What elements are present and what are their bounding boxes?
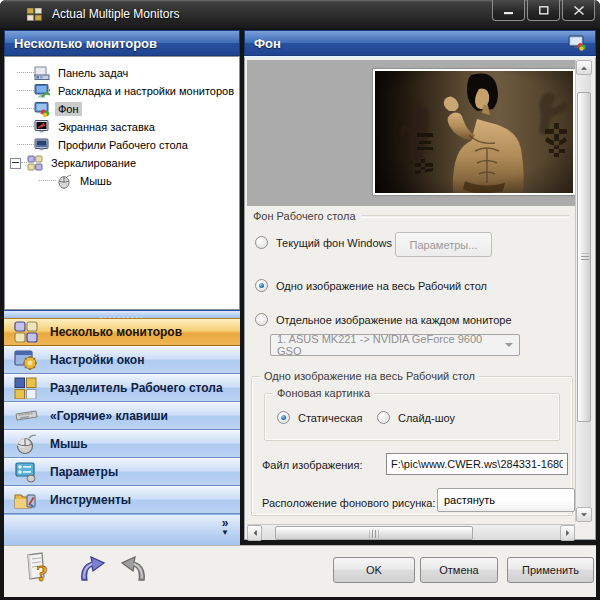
radio-single-image[interactable]: [255, 279, 268, 292]
tree-connector: [17, 144, 34, 146]
tree-splitter-handle[interactable]: ..........: [4, 310, 240, 318]
category-label: Несколько мониторов: [50, 325, 182, 339]
option-slideshow[interactable]: Слайд-шоу: [377, 411, 455, 424]
title-bar[interactable]: Actual Multiple Monitors: [0, 0, 600, 28]
svg-text:?: ?: [36, 560, 48, 586]
settings-tree: Панель задач Раскладка и настройки монит…: [4, 56, 240, 310]
redo-icon[interactable]: [114, 556, 148, 584]
parameters-button[interactable]: Параметры...: [395, 232, 492, 257]
option-current-windows-background[interactable]: Текущий фон Windows: [255, 236, 392, 249]
category-hotkeys[interactable]: «Горячие» клавиши: [4, 402, 240, 430]
arrow-down-icon: [581, 513, 587, 519]
chevron-down-icon: ▼: [221, 528, 229, 538]
radio-separate-image[interactable]: [255, 313, 268, 326]
scroll-up-button[interactable]: [576, 60, 592, 75]
vertical-scrollbar[interactable]: [575, 60, 591, 522]
sidebar: Несколько мониторов Панель задач: [4, 30, 240, 545]
category-label: «Горячие» клавиши: [50, 409, 168, 423]
arrow-left-icon: [250, 530, 256, 536]
tools-icon: [14, 489, 38, 511]
hotkeys-icon: [14, 405, 38, 427]
option-separate-image[interactable]: Отдельное изображение на каждом мониторе: [255, 313, 512, 326]
picture-type-group: Фоновая картинка Статическая Слайд-шоу: [264, 393, 560, 441]
option-static[interactable]: Статическая: [277, 411, 362, 424]
wallpaper-image: [373, 69, 575, 195]
position-label: Расположение фонового рисунка:: [262, 497, 436, 509]
content-header-title: Фон: [254, 36, 281, 51]
group-title: Фон Рабочего стола: [253, 210, 356, 222]
desktop-divider-icon: [14, 377, 38, 399]
undo-icon[interactable]: [78, 556, 112, 584]
close-icon: [574, 6, 584, 15]
radio-slideshow[interactable]: [377, 411, 390, 424]
category-label: Мышь: [50, 437, 88, 451]
scroll-right-button[interactable]: [560, 525, 575, 541]
arrow-right-icon: [566, 530, 572, 536]
group-title: Одно изображение на весь Рабочий стол: [260, 370, 479, 382]
category-label: Разделитель Рабочего стола: [50, 381, 223, 395]
tree-item-mouse[interactable]: Мышь: [5, 172, 239, 190]
desktop-profiles-icon: [34, 137, 50, 153]
vertical-scrollbar-thumb[interactable]: [577, 92, 591, 422]
option-single-image[interactable]: Одно изображение на весь Рабочий стол: [255, 279, 487, 292]
category-options[interactable]: Параметры: [4, 458, 240, 486]
tree-item-label: Зеркалирование: [48, 156, 139, 170]
content-panel: Фон: [244, 30, 596, 540]
background-settings-page: Фон Рабочего стола Текущий фон Windows П…: [244, 56, 596, 540]
cancel-button[interactable]: Отмена: [420, 557, 498, 583]
monitor-select-value: 1. ASUS MK221 -> NVIDIA GeForce 9600 GSO: [277, 333, 505, 357]
scroll-left-button[interactable]: [247, 525, 262, 541]
tree-item-monitor-layout[interactable]: Раскладка и настройки мониторов: [5, 82, 239, 100]
wallpaper-preview-area: [247, 60, 575, 206]
scroll-grip: [370, 530, 379, 538]
category-window-settings[interactable]: Настройки окон: [4, 346, 240, 374]
category-tools[interactable]: Инструменты: [4, 486, 240, 514]
tree-item-label: Экранная заставка: [55, 120, 158, 134]
minimize-icon: [504, 6, 514, 15]
chevron-right-icon: »: [221, 518, 229, 528]
apply-button[interactable]: Применить: [507, 557, 594, 583]
horizontal-scrollbar-thumb[interactable]: [275, 526, 473, 540]
wallpaper-position-select[interactable]: растянуть: [437, 488, 575, 512]
background-icon: [34, 101, 50, 117]
tree-item-screensaver[interactable]: Экранная заставка: [5, 118, 239, 136]
display-background-icon: [568, 35, 586, 51]
radio-label: Статическая: [298, 412, 362, 424]
apply-button-label: Применить: [522, 564, 579, 576]
category-multi-monitors[interactable]: Несколько мониторов: [4, 318, 240, 346]
footer-bar: ? OK Отмена Применить: [4, 545, 596, 597]
window-title: Actual Multiple Monitors: [52, 7, 179, 21]
ok-button-label: OK: [366, 564, 382, 576]
close-button[interactable]: [562, 0, 595, 21]
category-accordion: Несколько мониторов Настройки окон: [4, 318, 240, 514]
category-mouse[interactable]: Мышь: [4, 430, 240, 458]
image-file-input[interactable]: [386, 453, 568, 475]
options-icon: [14, 461, 38, 483]
radio-label: Слайд-шоу: [398, 412, 455, 424]
tree-item-desktop-profiles[interactable]: Профили Рабочего стола: [5, 136, 239, 154]
cancel-button-label: Отмена: [439, 564, 478, 576]
sidebar-header: Несколько мониторов: [4, 30, 240, 56]
help-icon[interactable]: ?: [22, 551, 56, 587]
mouse-icon: [14, 433, 38, 455]
category-label: Параметры: [50, 465, 118, 479]
horizontal-scrollbar[interactable]: [247, 524, 575, 540]
ok-button[interactable]: OK: [333, 557, 415, 583]
scroll-down-button[interactable]: [576, 507, 592, 522]
tree-expander-minus[interactable]: [10, 158, 21, 169]
tree-item-label: Профили Рабочего стола: [55, 138, 191, 152]
radio-current-background[interactable]: [255, 236, 268, 249]
monitor-select[interactable]: 1. ASUS MK221 -> NVIDIA GeForce 9600 GSO: [270, 334, 520, 356]
radio-label: Одно изображение на весь Рабочий стол: [276, 280, 487, 292]
more-categories-button[interactable]: » ▼: [221, 518, 229, 538]
tree-item-taskbar[interactable]: Панель задач: [5, 64, 239, 82]
minimize-button[interactable]: [492, 0, 525, 21]
taskbar-icon: [34, 65, 50, 81]
tree-item-background[interactable]: Фон: [5, 100, 239, 118]
radio-static[interactable]: [277, 411, 290, 424]
maximize-button[interactable]: [527, 0, 560, 21]
app-window: Actual Multiple Monitors Несколько монит…: [0, 0, 600, 600]
tree-item-mirroring[interactable]: Зеркалирование: [5, 154, 239, 172]
mirroring-icon: [27, 155, 43, 171]
category-desktop-divider[interactable]: Разделитель Рабочего стола: [4, 374, 240, 402]
